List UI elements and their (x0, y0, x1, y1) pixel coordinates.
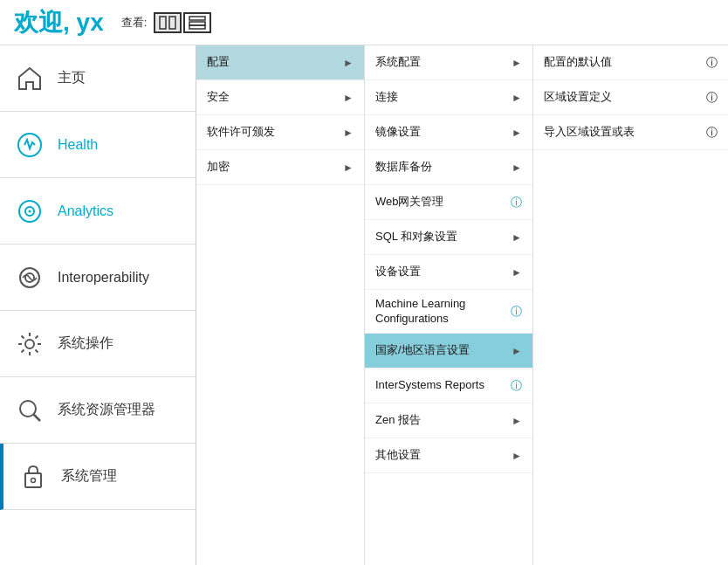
sidebar-item-health-label: Health (58, 137, 98, 153)
menu-col2: 系统配置 ► 连接 ► 镜像设置 ► 数据库备份 ► Web网关管理 ⓘ SQL… (365, 45, 533, 565)
header: 欢迎, yx 查看: (0, 0, 728, 45)
menu-item-isreports-info: ⓘ (511, 378, 522, 394)
menu-item-import-region-label: 导入区域设置或表 (544, 125, 706, 140)
menu-item-mirror-label: 镜像设置 (375, 125, 512, 140)
menu-col3: 配置的默认值 ⓘ 区域设置定义 ⓘ 导入区域设置或表 ⓘ (533, 45, 728, 565)
menu-item-dbbackup-arrow: ► (512, 162, 522, 174)
menu-item-region-def-info: ⓘ (706, 90, 718, 106)
menu-item-mirror[interactable]: 镜像设置 ► (365, 115, 532, 150)
menu-item-zenreport[interactable]: Zen 报告 ► (365, 403, 532, 438)
menu-item-config-label: 配置 (207, 55, 343, 70)
menu-item-region-def-label: 区域设置定义 (544, 90, 706, 105)
menu-item-default-config-info: ⓘ (706, 55, 718, 71)
menu-item-region-def[interactable]: 区域设置定义 ⓘ (533, 80, 728, 115)
menu-item-zenreport-label: Zen 报告 (375, 413, 512, 428)
sysops-icon (14, 328, 45, 360)
menu-item-security-label: 安全 (207, 90, 343, 105)
svg-point-12 (20, 401, 36, 417)
menu-item-mirror-arrow: ► (512, 127, 522, 139)
menu-item-license-label: 软件许可颁发 (207, 125, 343, 140)
menu-item-mlconfig-label: Machine Learning Configurations (375, 297, 511, 327)
menu-item-othersettings-arrow: ► (512, 450, 522, 462)
menu-item-sql-arrow: ► (512, 231, 522, 244)
menu-item-mlconfig-info: ⓘ (511, 304, 522, 320)
menu-item-webgateway-label: Web网关管理 (375, 195, 511, 210)
sidebar-item-explorer-label: 系统资源管理器 (58, 401, 155, 419)
menu-item-sysconfig-arrow: ► (512, 57, 522, 69)
explorer-icon (14, 395, 45, 426)
view-label: 查看: (121, 15, 148, 31)
menu-item-device-arrow: ► (512, 266, 522, 279)
sidebar-item-interoperability-label: Interoperability (58, 270, 149, 286)
menu-area: 配置 ► 安全 ► 软件许可颁发 ► 加密 ► 系统配置 ► 连接 (196, 45, 728, 565)
menu-item-license-arrow: ► (343, 127, 354, 139)
menu-item-default-config-label: 配置的默认值 (544, 55, 706, 70)
sysadmin-icon (17, 461, 49, 493)
menu-item-locale[interactable]: 国家/地区语言设置 ► (365, 334, 532, 369)
menu-item-sql-label: SQL 和对象设置 (375, 230, 512, 245)
sidebar-item-sysops-label: 系统操作 (58, 334, 113, 353)
menu-item-connection[interactable]: 连接 ► (365, 80, 532, 115)
sidebar-item-health[interactable]: Health (0, 112, 196, 178)
sidebar-item-sysadmin-label: 系统管理 (61, 467, 117, 486)
menu-item-zenreport-arrow: ► (512, 415, 522, 427)
menu-item-othersettings[interactable]: 其他设置 ► (365, 438, 532, 473)
menu-item-import-region-info: ⓘ (706, 125, 718, 141)
menu-item-device[interactable]: 设备设置 ► (365, 255, 532, 290)
menu-item-security[interactable]: 安全 ► (196, 80, 364, 115)
list-view-button[interactable] (183, 12, 211, 33)
view-toggle (154, 12, 211, 33)
menu-item-isreports-label: InterSystems Reports (375, 378, 511, 393)
menu-item-sysconfig[interactable]: 系统配置 ► (365, 45, 532, 80)
columns-view-button[interactable] (154, 12, 182, 33)
svg-rect-0 (160, 17, 166, 29)
sidebar: 主页 Health Analytics (0, 45, 196, 565)
menu-item-sql[interactable]: SQL 和对象设置 ► (365, 220, 532, 255)
menu-item-config[interactable]: 配置 ► (196, 45, 364, 80)
page-title: 欢迎, yx (14, 6, 104, 39)
health-icon (14, 129, 45, 161)
menu-item-connection-label: 连接 (375, 90, 512, 105)
svg-point-11 (25, 340, 34, 348)
menu-item-encryption-label: 加密 (207, 160, 343, 175)
menu-item-encryption[interactable]: 加密 ► (196, 150, 364, 185)
menu-item-dbbackup-label: 数据库备份 (375, 160, 512, 175)
svg-point-8 (29, 210, 31, 212)
menu-item-default-config[interactable]: 配置的默认值 ⓘ (533, 45, 728, 80)
menu-item-isreports[interactable]: InterSystems Reports ⓘ (365, 369, 532, 403)
interoperability-icon (14, 262, 45, 293)
menu-item-locale-arrow: ► (512, 345, 522, 357)
sidebar-item-sysadmin[interactable]: 系统管理 (0, 444, 196, 510)
menu-item-locale-label: 国家/地区语言设置 (375, 343, 512, 358)
sidebar-item-analytics[interactable]: Analytics (0, 178, 196, 245)
svg-rect-4 (189, 25, 205, 29)
svg-line-13 (34, 414, 41, 421)
svg-rect-2 (189, 17, 205, 20)
menu-item-webgateway[interactable]: Web网关管理 ⓘ (365, 185, 532, 220)
sidebar-item-sysops[interactable]: 系统操作 (0, 311, 196, 377)
menu-item-security-arrow: ► (343, 92, 354, 104)
sidebar-item-analytics-label: Analytics (58, 203, 113, 219)
menu-item-encryption-arrow: ► (343, 162, 354, 174)
menu-item-mlconfig[interactable]: Machine Learning Configurations ⓘ (365, 290, 532, 334)
sidebar-item-interoperability[interactable]: Interoperability (0, 245, 196, 311)
svg-rect-14 (25, 473, 41, 487)
menu-item-connection-arrow: ► (512, 92, 522, 104)
svg-point-5 (18, 134, 41, 156)
analytics-icon (14, 196, 45, 227)
menu-item-import-region[interactable]: 导入区域设置或表 ⓘ (533, 115, 728, 150)
menu-item-device-label: 设备设置 (375, 265, 512, 279)
svg-point-15 (31, 478, 36, 482)
menu-item-config-arrow: ► (343, 57, 354, 69)
sidebar-item-home[interactable]: 主页 (0, 45, 196, 112)
home-icon (14, 63, 45, 94)
menu-item-sysconfig-label: 系统配置 (375, 55, 512, 70)
menu-item-dbbackup[interactable]: 数据库备份 ► (365, 150, 532, 185)
main-layout: 主页 Health Analytics (0, 45, 728, 565)
svg-rect-1 (169, 17, 175, 29)
menu-item-webgateway-info: ⓘ (511, 195, 522, 210)
sidebar-item-explorer[interactable]: 系统资源管理器 (0, 377, 196, 444)
menu-col1: 配置 ► 安全 ► 软件许可颁发 ► 加密 ► (196, 45, 365, 565)
menu-item-license[interactable]: 软件许可颁发 ► (196, 115, 364, 150)
sidebar-item-home-label: 主页 (58, 69, 86, 87)
